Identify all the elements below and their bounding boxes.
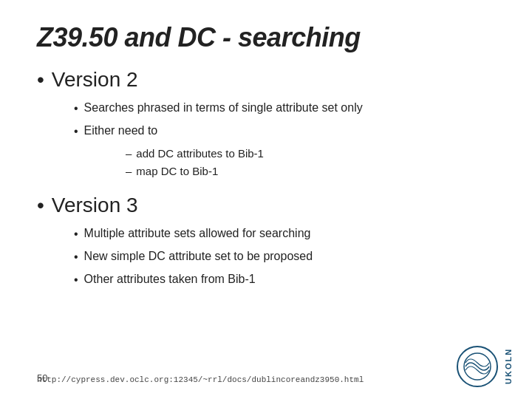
version2-label: Version 2 <box>52 68 138 92</box>
version3-label: Version 3 <box>52 194 138 217</box>
v3-bullet-1-text: Multiple attribute sets allowed for sear… <box>84 225 311 242</box>
v2-dash-1: add DC attributes to Bib-1 <box>126 145 495 163</box>
ukoln-logo: UKOLN <box>451 340 517 392</box>
version3-bullet-icon: • <box>37 194 44 217</box>
v2-bullet-2: Either need to <box>74 122 495 140</box>
slide: Z39.50 and DC - searching • Version 2 Se… <box>0 0 532 399</box>
footer: http://cypress.dev.oclc.org:12345/~rrl/d… <box>37 375 429 384</box>
v3-bullet-3: Other attributes taken from Bib-1 <box>74 270 495 289</box>
v2-dash-1-text: add DC attributes to Bib-1 <box>136 145 264 163</box>
v2-bullet-1-text: Searches phrased in terms of single attr… <box>84 99 363 117</box>
v2-dash-2: map DC to Bib-1 <box>126 163 495 180</box>
v2-bullet-2-text: Either need to <box>84 122 158 140</box>
version2-header: • Version 2 <box>37 68 495 92</box>
v3-bullet-2-text: New simple DC attribute set to be propos… <box>84 248 313 265</box>
v3-bullet-2: New simple DC attribute set to be propos… <box>74 248 495 266</box>
ukoln-wave-icon <box>463 352 492 381</box>
ukoln-text: UKOLN <box>504 347 513 384</box>
page-number-text: 50 <box>37 372 47 383</box>
version2-bullets: Searches phrased in terms of single attr… <box>74 99 495 180</box>
version3-bullets: Multiple attribute sets allowed for sear… <box>74 225 495 289</box>
page-number: 50 <box>37 371 47 384</box>
version3-section: • Version 3 Multiple attribute sets allo… <box>37 194 495 289</box>
v2-dash-bullets: add DC attributes to Bib-1 map DC to Bib… <box>126 145 495 180</box>
slide-title: Z39.50 and DC - searching <box>37 22 495 53</box>
v2-dash-2-text: map DC to Bib-1 <box>136 163 218 180</box>
version3-header: • Version 3 <box>37 194 495 217</box>
v2-bullet-1: Searches phrased in terms of single attr… <box>74 99 495 117</box>
ukoln-circle <box>457 346 498 387</box>
footer-url: http://cypress.dev.oclc.org:12345/~rrl/d… <box>37 375 364 384</box>
v3-bullet-3-text: Other attributes taken from Bib-1 <box>84 270 256 288</box>
version2-section: • Version 2 Searches phrased in terms of… <box>37 68 495 180</box>
version2-bullet-icon: • <box>37 68 44 92</box>
v3-bullet-1: Multiple attribute sets allowed for sear… <box>74 225 495 243</box>
